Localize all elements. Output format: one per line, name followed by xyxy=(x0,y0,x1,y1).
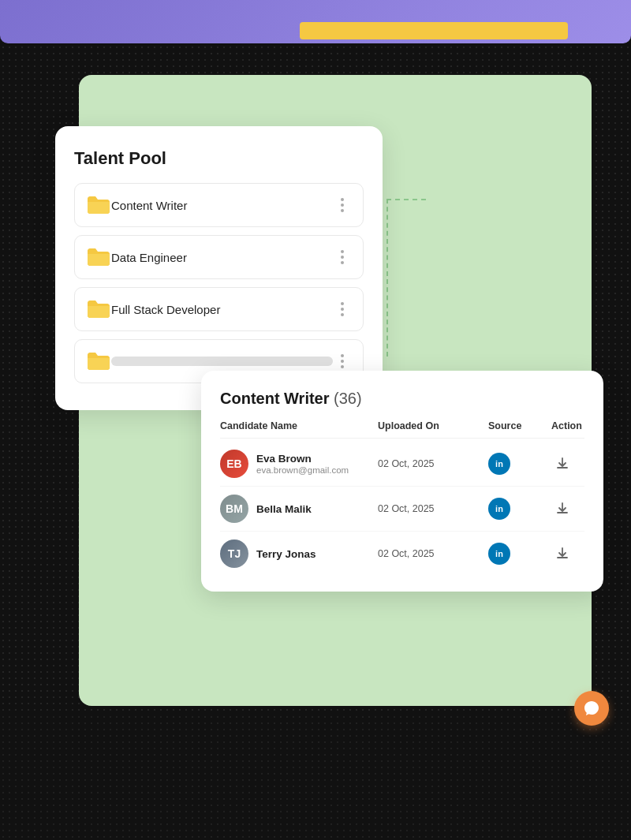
yellow-bar xyxy=(300,22,568,39)
folder-icon-4 xyxy=(86,350,111,372)
content-writer-card: Content Writer (36) Candidate Name Uploa… xyxy=(201,371,603,592)
talent-pool-title: Talent Pool xyxy=(74,148,364,169)
avatar-terry: TJ xyxy=(220,539,248,568)
linkedin-badge-eva: in xyxy=(488,453,510,475)
dot xyxy=(341,250,344,253)
download-icon-bella xyxy=(555,502,569,516)
avatar-face-eva: EB xyxy=(220,450,248,478)
avatar-face-terry: TJ xyxy=(220,539,248,568)
dot xyxy=(341,365,344,368)
bella-date: 02 Oct, 2025 xyxy=(378,503,488,514)
dot xyxy=(341,209,344,212)
candidate-cell-eva: EB Eva Brown eva.brown@gmail.com xyxy=(220,450,378,478)
pool-item-label-2: Data Engineer xyxy=(111,251,333,264)
folder-icon-2 xyxy=(86,246,111,268)
table-row-eva: EB Eva Brown eva.brown@gmail.com 02 Oct,… xyxy=(220,442,584,487)
candidate-info-bella: Bella Malik xyxy=(256,503,312,515)
pool-item-label-3: Full Stack Developer xyxy=(111,303,333,316)
dot xyxy=(341,256,344,259)
content-writer-count: (36) xyxy=(334,390,362,407)
candidate-cell-bella: BM Bella Malik xyxy=(220,495,378,523)
pool-item-content-writer[interactable]: Content Writer xyxy=(74,183,364,227)
avatar-bella: BM xyxy=(220,495,248,523)
content-writer-title: Content Writer (36) xyxy=(220,390,584,408)
dot xyxy=(341,308,344,311)
dot xyxy=(341,198,344,201)
linkedin-badge-bella: in xyxy=(488,498,510,520)
pool-item-full-stack[interactable]: Full Stack Developer xyxy=(74,287,364,331)
th-source: Source xyxy=(488,420,551,431)
candidate-cell-terry: TJ Terry Jonas xyxy=(220,539,378,568)
dot xyxy=(341,360,344,363)
download-btn-bella[interactable] xyxy=(551,498,573,520)
table-row-bella: BM Bella Malik 02 Oct, 2025 in xyxy=(220,487,584,532)
eva-name: Eva Brown xyxy=(256,453,349,465)
th-uploaded-on: Uploaded On xyxy=(378,420,488,431)
dots-menu-2[interactable] xyxy=(333,248,352,267)
dots-menu-3[interactable] xyxy=(333,300,352,319)
connector-line-h xyxy=(386,199,426,200)
dots-menu-4[interactable] xyxy=(333,352,352,371)
chat-icon xyxy=(583,700,600,717)
bella-name: Bella Malik xyxy=(256,503,312,515)
th-action: Action xyxy=(551,420,607,431)
connector-line-v xyxy=(386,199,388,357)
dot xyxy=(341,203,344,207)
candidate-info-eva: Eva Brown eva.brown@gmail.com xyxy=(256,453,349,475)
terry-date: 02 Oct, 2025 xyxy=(378,548,488,559)
download-icon-eva xyxy=(555,457,569,471)
terry-name: Terry Jonas xyxy=(256,548,316,560)
dots-menu-1[interactable] xyxy=(333,196,352,215)
table-header: Candidate Name Uploaded On Source Action xyxy=(220,420,584,439)
eva-date: 02 Oct, 2025 xyxy=(378,458,488,469)
eva-email: eva.brown@gmail.com xyxy=(256,465,349,475)
chat-bubble-button[interactable] xyxy=(574,691,609,726)
pool-item-placeholder xyxy=(111,357,333,366)
eva-source: in xyxy=(488,453,551,475)
dot xyxy=(341,313,344,316)
bottom-bar xyxy=(0,714,631,840)
table-row-terry: TJ Terry Jonas 02 Oct, 2025 in xyxy=(220,532,584,576)
content-writer-name: Content Writer xyxy=(220,390,330,407)
avatar-face-bella: BM xyxy=(220,495,248,523)
terry-source: in xyxy=(488,543,551,565)
download-icon-terry xyxy=(555,547,569,561)
download-btn-terry[interactable] xyxy=(551,543,573,565)
dot xyxy=(341,354,344,357)
dot xyxy=(341,261,344,264)
pool-item-data-engineer[interactable]: Data Engineer xyxy=(74,235,364,279)
pool-item-label-1: Content Writer xyxy=(111,199,333,212)
folder-icon-3 xyxy=(86,298,111,320)
dot xyxy=(341,302,344,305)
th-candidate-name: Candidate Name xyxy=(220,420,378,431)
candidate-info-terry: Terry Jonas xyxy=(256,548,316,560)
bella-source: in xyxy=(488,498,551,520)
download-btn-eva[interactable] xyxy=(551,453,573,475)
folder-icon-1 xyxy=(86,194,111,216)
avatar-eva: EB xyxy=(220,450,248,478)
talent-pool-card: Talent Pool Content Writer Data Engineer xyxy=(55,126,383,410)
linkedin-badge-terry: in xyxy=(488,543,510,565)
